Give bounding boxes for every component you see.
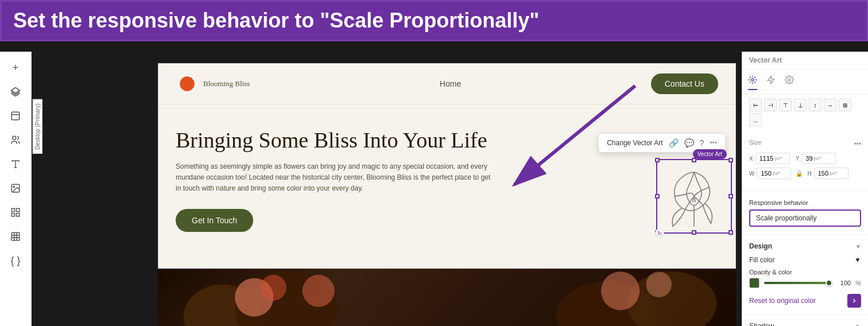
svg-point-34 [601, 271, 640, 310]
design-chevron: ▼ [855, 243, 861, 250]
site-nav: Blooming Bliss Home Contact Us [158, 64, 735, 104]
site-logo: Blooming Bliss [176, 72, 250, 95]
h-label: H [807, 170, 811, 177]
more-align[interactable]: … [749, 114, 762, 126]
contact-us-button[interactable]: Contact Us [651, 73, 718, 94]
fill-chevron: ▼ [854, 256, 861, 264]
toolbar-image[interactable] [5, 178, 26, 199]
responsive-label: Responsive behavior [749, 199, 861, 206]
panel-tabs [742, 69, 868, 94]
help-icon[interactable]: ? [700, 138, 704, 148]
panel-title: Vector Art [742, 52, 868, 69]
handle-tl[interactable] [655, 158, 660, 162]
toolbar-pages[interactable] [5, 106, 26, 126]
svg-point-7 [13, 186, 14, 187]
hero-section: Bringing Some Bliss Into Your Life Somet… [158, 104, 735, 249]
opacity-label: Opacity & color [749, 269, 861, 275]
slider-thumb[interactable] [826, 280, 832, 286]
w-label: W [749, 170, 754, 177]
handle-tr[interactable] [728, 158, 733, 162]
rotate-handle[interactable]: ↻ [655, 228, 664, 238]
handle-rm[interactable] [728, 194, 733, 199]
svg-marker-40 [768, 76, 774, 83]
get-in-touch-button[interactable]: Get In Touch [176, 209, 253, 232]
instruction-banner: Set the responsive behavior to "Scale Pr… [0, 0, 868, 41]
toolbar-table[interactable] [5, 226, 26, 247]
more-options-icon[interactable]: ••• [710, 139, 717, 147]
align-center-h[interactable]: ⊣ [764, 99, 777, 111]
size-section: Size ••• X 1115 px* Y 39 px* W 150 px* 🔒… [742, 134, 868, 187]
size-more[interactable]: ••• [854, 140, 861, 148]
tab-lightning[interactable] [766, 73, 776, 90]
toolbar-grid[interactable] [5, 202, 26, 223]
link-icon[interactable]: 🔗 [669, 138, 679, 148]
x-input[interactable]: 1115 px* [755, 153, 790, 164]
svg-point-3 [13, 136, 16, 139]
toolbar-text[interactable] [5, 154, 26, 174]
logo-text: Blooming Bliss [203, 79, 250, 88]
vector-art-badge: Vector Art [693, 149, 727, 159]
lock-icon[interactable]: 🔒 [796, 170, 803, 177]
toolbar-layers[interactable] [5, 82, 26, 102]
tab-design[interactable] [748, 73, 757, 90]
svg-rect-8 [11, 208, 14, 211]
y-input[interactable]: 39 px* [801, 153, 836, 164]
toolbar-code[interactable]: { } [5, 250, 26, 271]
left-toolbar: + [0, 52, 32, 326]
right-panel: Vector Art ⊢ ⊣ ⊤ ⊥ ↕ ↔ ⊞ [742, 52, 868, 326]
svg-point-30 [303, 275, 335, 307]
shadow-label: Shadow [749, 322, 774, 326]
y-label: Y [796, 156, 800, 162]
responsive-dropdown[interactable]: Scale proportionally [749, 209, 861, 227]
align-center-v[interactable]: ⊥ [794, 99, 807, 111]
fill-color-label: Fill color [749, 256, 775, 264]
svg-point-31 [261, 275, 286, 301]
nav-home[interactable]: Home [440, 79, 461, 88]
viewport-label: Desktop (Primary) [32, 69, 43, 184]
svg-rect-1 [11, 112, 20, 120]
handle-br[interactable] [728, 230, 733, 235]
svg-rect-10 [11, 214, 14, 216]
hero-title: Bringing Some Bliss Into Your Life [176, 127, 520, 153]
align-bottom[interactable]: ↕ [809, 99, 822, 111]
toolbar-users[interactable] [5, 130, 26, 150]
w-input[interactable]: 150 px* [757, 168, 791, 179]
handle-lm[interactable] [655, 194, 660, 199]
selected-element-box [656, 159, 732, 234]
alignment-section: ⊢ ⊣ ⊤ ⊥ ↕ ↔ ⊞ … [742, 94, 868, 134]
responsive-value: Scale proportionally [756, 214, 816, 222]
opacity-section: Opacity & color 100 % [742, 266, 868, 290]
align-left[interactable]: ⊢ [749, 99, 762, 111]
design-label: Design [749, 242, 772, 250]
xy-row: X 1115 px* Y 39 px* [749, 153, 861, 164]
opacity-unit: % [855, 280, 861, 286]
color-swatch[interactable] [749, 278, 760, 288]
opacity-slider-row: 100 % [749, 278, 861, 288]
reset-color-row: Reset to original color [742, 290, 868, 311]
handle-bm[interactable] [692, 230, 696, 235]
comment-icon[interactable]: 💬 [684, 138, 694, 148]
design-section-header[interactable]: Design ▼ [742, 239, 868, 254]
align-top[interactable]: ⊤ [779, 99, 792, 111]
x-label: X [749, 156, 753, 162]
bottom-photo [158, 269, 736, 326]
tab-settings[interactable] [785, 73, 794, 90]
viewport-label-text: Desktop (Primary) [33, 99, 42, 154]
shadow-row[interactable]: Shadow ▶ [742, 319, 868, 326]
wh-row: W 150 px* 🔒 H 150 px* [749, 168, 861, 179]
h-input[interactable]: 150 px* [814, 168, 848, 179]
toolbar-add[interactable]: + [5, 57, 26, 78]
align-right[interactable]: ↔ [824, 99, 836, 111]
divider-1 [742, 191, 868, 191]
divider-2 [742, 235, 868, 235]
divider-3 [742, 315, 868, 315]
fill-color-row[interactable]: Fill color ▼ [742, 254, 868, 266]
reset-color-link[interactable]: Reset to original color [749, 297, 816, 305]
size-label: Size [749, 139, 761, 146]
svg-rect-9 [17, 208, 20, 211]
reset-color-button[interactable] [847, 294, 861, 308]
opacity-slider[interactable] [764, 282, 832, 284]
banner-text: Set the responsive behavior to "Scale Pr… [13, 9, 539, 32]
shadow-arrow: ▶ [857, 323, 861, 327]
align-stretch[interactable]: ⊞ [839, 99, 851, 111]
